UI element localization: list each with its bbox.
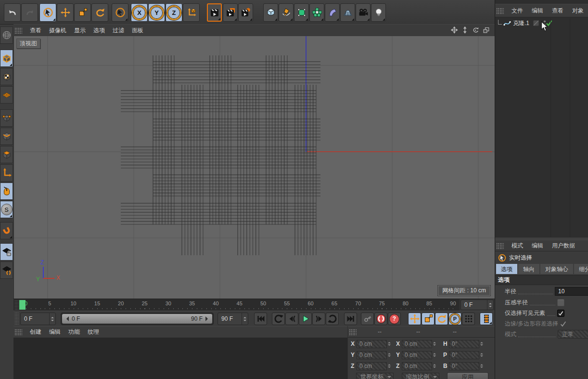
attribute-tab[interactable]: 选项	[496, 264, 517, 274]
edges-mode-button[interactable]	[0, 128, 13, 145]
play-button[interactable]	[299, 313, 312, 325]
attribute-tab[interactable]: 对象轴心	[540, 264, 573, 274]
enable-axis-button[interactable]	[0, 164, 13, 182]
object-name[interactable]: 克隆.1	[513, 19, 529, 27]
drag-grip[interactable]	[14, 27, 22, 34]
autokey-button[interactable]	[374, 313, 387, 325]
object-manager-menu-item[interactable]: 编辑	[528, 6, 547, 16]
material-menu-item[interactable]: 创建	[26, 327, 45, 337]
key-rotation-toggle[interactable]	[435, 313, 448, 325]
object-row[interactable]: 克隆.1	[495, 18, 588, 28]
stepper-icon[interactable]	[432, 340, 437, 348]
size-y-field[interactable]: 0 cm	[402, 351, 432, 359]
stepper-icon[interactable]	[387, 351, 392, 359]
scale-tool-button[interactable]	[74, 3, 91, 22]
coordinate-system-dropdown[interactable]: 世界坐标	[356, 373, 394, 379]
tweak-mode-button[interactable]	[0, 183, 13, 200]
rotation-p-field[interactable]: 0°	[449, 351, 479, 359]
record-key-button[interactable]	[361, 313, 374, 325]
key-parameter-toggle[interactable]: P	[448, 313, 461, 325]
range-left-arrow-icon[interactable]	[64, 316, 69, 321]
timeline-ruler[interactable]: 051015202530354045505560657075808590	[13, 299, 460, 311]
position-x-field[interactable]: 0 cm	[357, 340, 387, 348]
keyframe-selection-button[interactable]	[462, 313, 475, 325]
zoom-view-icon[interactable]	[461, 26, 470, 35]
key-position-toggle[interactable]	[408, 313, 421, 325]
apply-button[interactable]: 应用	[447, 372, 488, 379]
previous-frame-button[interactable]	[285, 313, 298, 325]
stepper-icon[interactable]	[49, 313, 55, 325]
radius-field[interactable]: 10	[555, 287, 588, 296]
viewport-menu-item[interactable]: 摄像机	[45, 26, 70, 36]
size-mode-dropdown[interactable]: 缩放比例	[402, 373, 439, 379]
model-mode-button[interactable]	[0, 50, 13, 67]
align-workplane-button[interactable]	[0, 261, 13, 279]
viewport-canvas[interactable]: 顶视图 Z X Y 网格间距 : 10 cm	[13, 36, 495, 299]
size-z-field[interactable]: 0 cm	[402, 362, 432, 370]
stepper-icon[interactable]	[487, 300, 493, 310]
maximize-view-icon[interactable]	[483, 26, 491, 35]
start-frame-spinner[interactable]: 0 F	[20, 313, 56, 325]
pressure-radius-checkbox[interactable]	[557, 299, 564, 306]
drag-grip[interactable]	[14, 300, 18, 310]
next-frame-button[interactable]	[312, 313, 325, 325]
pan-view-icon[interactable]	[451, 26, 459, 35]
end-frame-spinner[interactable]: 90 F	[217, 313, 248, 325]
stepper-icon[interactable]	[432, 362, 437, 370]
object-manager-menu-item[interactable]: 查看	[548, 6, 567, 16]
stepper-icon[interactable]	[387, 340, 392, 348]
position-y-field[interactable]: 0 cm	[357, 351, 387, 359]
viewport-menu-item[interactable]: 显示	[70, 26, 89, 36]
rotate-view-icon[interactable]	[472, 26, 480, 35]
attribute-menu-item[interactable]: 用户数据	[548, 241, 579, 251]
undo-button[interactable]	[4, 3, 21, 22]
snapping-magnet-button[interactable]	[0, 222, 13, 239]
object-manager-menu-item[interactable]: 对象	[568, 6, 588, 16]
options-section-header[interactable]: 选项	[495, 275, 588, 285]
rotate-tool-button[interactable]	[91, 3, 108, 22]
position-z-field[interactable]: 0 cm	[357, 362, 387, 370]
viewport-menu-item[interactable]: 过滤	[109, 26, 128, 36]
stepper-icon[interactable]	[387, 362, 392, 370]
stepper-icon[interactable]	[479, 362, 484, 370]
render-settings-button[interactable]	[238, 3, 253, 22]
stepper-icon[interactable]	[432, 351, 437, 359]
add-generator-button[interactable]	[294, 3, 309, 22]
range-right-arrow-icon[interactable]	[205, 316, 210, 321]
x-axis-lock-button[interactable]: X	[131, 3, 148, 22]
points-mode-button[interactable]	[0, 109, 13, 127]
add-environment-button[interactable]	[340, 3, 355, 22]
material-menu-item[interactable]: 功能	[64, 327, 84, 337]
add-modeling-button[interactable]	[309, 3, 324, 22]
keyframe-help-button[interactable]: ?	[388, 313, 401, 325]
coordinate-system-button[interactable]	[183, 3, 200, 22]
drag-grip[interactable]	[14, 312, 18, 326]
attribute-menu-item[interactable]: 编辑	[528, 241, 547, 251]
attribute-tab[interactable]: 细分曲面	[574, 264, 588, 274]
add-spline-button[interactable]	[279, 3, 294, 22]
attribute-tab[interactable]: 轴向	[518, 264, 539, 274]
goto-start-button[interactable]	[254, 313, 267, 325]
z-axis-lock-button[interactable]: Z	[166, 3, 182, 22]
frame-range-slider[interactable]: 0 F 90 F	[61, 313, 214, 325]
viewport-menu-item[interactable]: 查看	[26, 26, 45, 36]
move-tool-button[interactable]	[57, 3, 74, 22]
attribute-menu-item[interactable]: 模式	[508, 241, 527, 251]
loop-forward-button[interactable]	[326, 313, 339, 325]
lock-workplane-button[interactable]	[0, 243, 13, 261]
render-picture-viewer-button[interactable]	[223, 3, 238, 22]
goto-end-button[interactable]	[344, 313, 357, 325]
object-manager-menu-item[interactable]: 文件	[508, 6, 527, 16]
drag-grip[interactable]	[496, 8, 504, 14]
stepper-icon[interactable]	[479, 340, 484, 348]
snap-settings-button[interactable]: S	[0, 201, 13, 218]
display-mode-icon[interactable]	[532, 19, 540, 27]
live-selection-button[interactable]	[39, 3, 56, 22]
last-tool-button[interactable]	[112, 3, 128, 22]
add-light-button[interactable]	[371, 3, 386, 22]
render-view-button[interactable]	[207, 3, 222, 22]
add-camera-button[interactable]	[356, 3, 371, 22]
play-backwards-button[interactable]	[272, 313, 285, 325]
drag-grip[interactable]	[496, 243, 504, 249]
stepper-icon[interactable]	[479, 351, 484, 359]
